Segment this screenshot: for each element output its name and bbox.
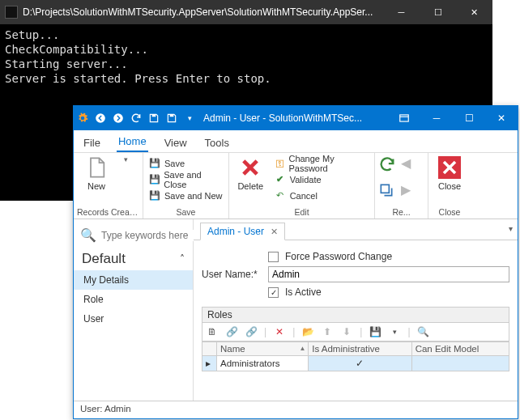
menu-file[interactable]: File <box>82 134 102 152</box>
ribbon-collapse-icon[interactable] <box>388 106 420 130</box>
ribbon-group-close: Close Close <box>428 153 471 218</box>
col-is-admin[interactable]: Is Administrative <box>309 342 411 356</box>
app-title-text: Admin - User - SolutionWithMTSec... <box>203 112 388 124</box>
console-close-button[interactable]: ✕ <box>456 0 492 24</box>
app-window: ▾ Admin - User - SolutionWithMTSec... ─ … <box>73 105 518 419</box>
save-close-button[interactable]: 💾Save and Close <box>147 172 225 187</box>
export-dropdown-icon[interactable]: ▾ <box>388 325 401 338</box>
qat-dropdown-icon[interactable]: ▾ <box>181 107 198 129</box>
change-password-button[interactable]: ⚿Change My Password <box>272 155 371 171</box>
refresh-icon[interactable] <box>127 107 145 129</box>
sidebar: 🔍 Default ˄ My Details Role User <box>74 219 194 401</box>
roles-toolbar: 🗎 🔗 🔗 | ✕ | 📂 ⬆ ⬇ | 💾 ▾ | 🔍 <box>202 323 509 342</box>
sidebar-header[interactable]: Default ˄ <box>74 246 193 270</box>
undo-icon: ↶ <box>274 189 287 202</box>
move-up-icon[interactable]: ⬆ <box>321 325 334 338</box>
roles-grid[interactable]: Name▲ Is Administrative Can Edit Model ▸… <box>202 342 509 371</box>
app-titlebar[interactable]: ▾ Admin - User - SolutionWithMTSec... ─ … <box>74 106 518 130</box>
console-titlebar[interactable]: D:\Projects\SolutionWithMTSecurity.AppSe… <box>0 0 492 24</box>
svg-point-0 <box>96 113 105 123</box>
search-box[interactable]: 🔍 <box>74 224 193 246</box>
col-name[interactable]: Name▲ <box>217 342 309 356</box>
sidebar-item-my-details[interactable]: My Details <box>74 270 193 290</box>
menu-home[interactable]: Home <box>117 132 148 152</box>
open-folder-icon[interactable]: 📂 <box>301 325 314 338</box>
force-password-checkbox[interactable] <box>268 252 279 262</box>
next-record-icon[interactable]: ▶ <box>401 182 417 198</box>
open-related-icon[interactable] <box>378 182 399 203</box>
delete-button[interactable]: Delete <box>232 155 269 191</box>
col-can-edit[interactable]: Can Edit Model <box>411 342 509 356</box>
console-maximize-button[interactable]: ☐ <box>420 0 456 24</box>
ribbon-group-refresh-label: Re... <box>378 206 424 218</box>
cell-name[interactable]: Administrators <box>217 356 309 371</box>
cancel-button[interactable]: ↶Cancel <box>272 188 371 203</box>
ribbon-group-close-label: Close <box>432 206 467 218</box>
close-label: Close <box>438 181 461 191</box>
save-close-icon[interactable] <box>163 107 181 129</box>
new-row-icon[interactable]: 🗎 <box>206 325 219 338</box>
delete-x-icon <box>238 155 262 180</box>
sort-asc-icon: ▲ <box>299 345 305 352</box>
tab-bar: Admin - User ✕ ▾ <box>194 219 518 240</box>
save-new-button[interactable]: 💾Save and New <box>147 188 225 203</box>
prev-record-icon[interactable]: ◀ <box>401 155 417 172</box>
new-button[interactable]: New <box>77 155 116 191</box>
app-minimize-button[interactable]: ─ <box>420 106 453 130</box>
svg-rect-8 <box>381 185 389 193</box>
row-indicator-icon: ▸ <box>202 356 217 371</box>
floppy-icon: 💾 <box>148 157 161 170</box>
unlink-icon[interactable]: 🔗 <box>245 325 258 338</box>
is-active-label: Is Active <box>285 286 322 298</box>
sidebar-item-role[interactable]: Role <box>74 290 193 309</box>
move-down-icon[interactable]: ⬇ <box>340 325 353 338</box>
new-dropdown-icon[interactable]: ▾ <box>119 155 132 163</box>
close-button[interactable]: Close <box>432 155 467 191</box>
preview-icon[interactable]: 🔍 <box>417 325 430 338</box>
user-name-input[interactable] <box>268 266 509 282</box>
svg-point-1 <box>113 113 123 123</box>
tab-label: Admin - User <box>207 226 264 237</box>
refresh-icon-big[interactable] <box>378 155 399 176</box>
app-close-button[interactable]: ✕ <box>485 106 518 130</box>
ribbon-group-edit-label: Edit <box>232 206 371 218</box>
status-bar: User: Admin <box>74 401 518 418</box>
console-title-text: D:\Projects\SolutionWithMTSecurity.AppSe… <box>23 6 383 18</box>
cell-can-edit[interactable] <box>411 356 509 371</box>
link-icon[interactable]: 🔗 <box>225 325 238 338</box>
menu-view[interactable]: View <box>163 134 189 152</box>
app-maximize-button[interactable]: ☐ <box>453 106 485 130</box>
delete-row-icon[interactable]: ✕ <box>273 325 286 338</box>
ribbon-group-save-label: Save <box>147 206 225 218</box>
is-active-checkbox[interactable]: ✓ <box>268 287 279 298</box>
tab-admin-user[interactable]: Admin - User ✕ <box>200 223 285 240</box>
console-app-icon <box>5 6 18 19</box>
save-icon[interactable] <box>145 107 163 129</box>
close-x-icon <box>437 155 462 180</box>
validate-button[interactable]: ✔Validate <box>272 172 371 187</box>
cell-is-admin[interactable]: ✓ <box>309 356 411 371</box>
floppy-new-icon: 💾 <box>148 189 161 202</box>
tab-overflow-icon[interactable]: ▾ <box>509 224 513 233</box>
save-button[interactable]: 💾Save <box>147 155 225 171</box>
key-icon: ⚿ <box>274 157 286 170</box>
svg-rect-2 <box>152 114 156 117</box>
console-minimize-button[interactable]: ─ <box>383 0 420 24</box>
console-output: Setup... CheckCompatibility... Starting … <box>0 24 492 89</box>
workspace: 🔍 Default ˄ My Details Role User Admin -… <box>74 219 518 401</box>
gear-icon[interactable] <box>74 107 92 129</box>
sidebar-item-user[interactable]: User <box>74 309 193 329</box>
table-row[interactable]: ▸ Administrators ✓ <box>202 356 509 371</box>
nav-back-icon[interactable] <box>92 107 109 129</box>
tab-close-icon[interactable]: ✕ <box>271 227 278 237</box>
menu-bar: File Home View Tools <box>74 130 518 153</box>
svg-rect-4 <box>400 115 409 121</box>
nav-forward-icon[interactable] <box>109 107 127 129</box>
menu-tools[interactable]: Tools <box>203 134 231 152</box>
is-admin-checkbox[interactable]: ✓ <box>356 358 364 368</box>
ribbon-group-records: New ▾ Records Creation <box>74 153 143 218</box>
grid-corner <box>202 342 217 356</box>
ribbon-group-refresh: ◀ ▶ Re... <box>375 153 428 218</box>
chevron-up-icon[interactable]: ˄ <box>180 253 185 265</box>
export-icon[interactable]: 💾 <box>369 325 381 338</box>
